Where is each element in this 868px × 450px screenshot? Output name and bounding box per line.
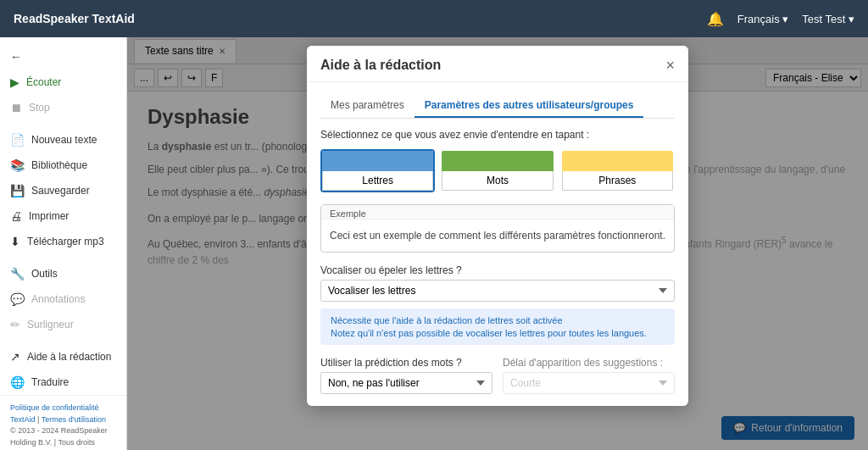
- words-color-bar: [442, 151, 553, 171]
- sidebar-item-listen[interactable]: ▶ Écouter: [0, 69, 126, 95]
- color-option-letters[interactable]: Lettres: [320, 149, 435, 192]
- print-label: Imprimer: [29, 210, 69, 222]
- color-option-words[interactable]: Mots: [440, 149, 554, 192]
- sidebar: ← ▶ Écouter ⏹ Stop 📄 Nouveau texte 📚 Bib…: [0, 37, 127, 450]
- print-icon: 🖨: [10, 209, 22, 223]
- copyright: © 2013 - 2024 ReadSpeaker Holding B.V. |…: [10, 426, 108, 450]
- language-selector[interactable]: Français ▾: [737, 13, 788, 25]
- writing-aid-icon: ↗: [10, 350, 20, 364]
- sidebar-item-back[interactable]: ←: [0, 44, 126, 69]
- sidebar-item-tools[interactable]: 🔧 Outils: [0, 261, 126, 286]
- stop-icon: ⏹: [10, 101, 22, 114]
- new-text-label: Nouveau texte: [31, 134, 97, 146]
- sidebar-item-download[interactable]: ⬇ Télécharger mp3: [0, 229, 126, 254]
- terms-link[interactable]: Termes d'utilisation: [42, 415, 106, 424]
- annotations-icon: 💬: [10, 292, 25, 306]
- phrases-color-bar: [562, 151, 673, 171]
- modal-tab-bar: Mes paramètres Paramètres des autres uti…: [320, 94, 675, 119]
- download-label: Télécharger mp3: [27, 236, 104, 247]
- main-layout: ← ▶ Écouter ⏹ Stop 📄 Nouveau texte 📚 Bib…: [0, 37, 868, 450]
- footer-text: Politique de confidentialité TextAid | T…: [10, 403, 116, 450]
- sidebar-item-save[interactable]: 💾 Sauvegarder: [0, 178, 126, 203]
- sidebar-item-highlighter: ✏ Surligneur: [0, 312, 126, 337]
- word-prediction-label: Utiliser la prédiction des mots ?: [320, 357, 492, 369]
- sidebar-item-translate[interactable]: 🌐 Traduire: [0, 369, 126, 395]
- annotations-label: Annotations: [31, 293, 85, 305]
- sidebar-item-print[interactable]: 🖨 Imprimer: [0, 203, 126, 229]
- delay-field: Délai d'apparition des suggestions : Cou…: [503, 357, 675, 394]
- modal-overlay: Aide à la rédaction × Mes paramètres Par…: [127, 37, 868, 450]
- save-label: Sauvegarder: [31, 185, 90, 197]
- translate-icon: 🌐: [10, 375, 25, 389]
- writing-aid-modal: Aide à la rédaction × Mes paramètres Par…: [307, 46, 688, 406]
- notification-bell-icon[interactable]: 🔔: [707, 11, 724, 27]
- example-box: Exemple Ceci est un exemple de comment l…: [320, 204, 675, 253]
- delay-label: Délai d'apparition des suggestions :: [503, 357, 675, 369]
- sidebar-item-new-text[interactable]: 📄 Nouveau texte: [0, 127, 126, 153]
- content-area: Texte sans titre ✕ ... ↩ ↪ F Français - …: [127, 37, 868, 450]
- vocalize-label: Vocaliser ou épeler les lettres ?: [320, 264, 675, 276]
- info-line-1: Nécessite que l'aide à la rédaction de l…: [331, 315, 665, 325]
- save-icon: 💾: [10, 184, 25, 197]
- word-prediction-select[interactable]: Non, ne pas l'utiliser: [320, 372, 492, 394]
- sidebar-item-library[interactable]: 📚 Bibliothèque: [0, 153, 126, 178]
- sidebar-item-writing-aid[interactable]: ↗ Aide à la rédaction: [0, 344, 126, 369]
- letters-label: Lettres: [322, 171, 433, 191]
- tools-label: Outils: [31, 268, 58, 280]
- color-options: Lettres Mots Phrases: [320, 149, 675, 192]
- translate-label: Traduire: [31, 376, 69, 388]
- app-brand: ReadSpeaker TextAid: [14, 12, 135, 25]
- stop-label: Stop: [29, 102, 50, 114]
- modal-close-button[interactable]: ×: [665, 58, 675, 73]
- writing-aid-label: Aide à la rédaction: [27, 351, 111, 363]
- example-label: Exemple: [321, 205, 674, 219]
- letters-color-bar: [322, 151, 433, 171]
- color-option-phrases[interactable]: Phrases: [560, 149, 675, 192]
- phrases-label: Phrases: [562, 171, 673, 191]
- word-prediction-field: Utiliser la prédiction des mots ? Non, n…: [320, 357, 492, 394]
- example-content: Ceci est un exemple de comment les diffé…: [321, 219, 674, 252]
- sidebar-item-annotations: 💬 Annotations: [0, 286, 126, 312]
- modal-body: Mes paramètres Paramètres des autres uti…: [307, 82, 688, 406]
- words-label: Mots: [442, 171, 553, 191]
- highlighter-label: Surligneur: [27, 319, 74, 331]
- library-icon: 📚: [10, 158, 25, 172]
- download-icon: ⬇: [10, 235, 20, 248]
- info-line-2: Notez qu'il n'est pas possible de vocali…: [331, 328, 665, 338]
- new-text-icon: 📄: [10, 133, 25, 147]
- select-label: Sélectionnez ce que vous avez envie d'en…: [320, 129, 675, 141]
- top-nav: ReadSpeaker TextAid 🔔 Français ▾ Test Te…: [0, 0, 868, 37]
- vocalize-select[interactable]: Vocaliser les lettres: [320, 280, 675, 302]
- delay-select: Courte: [503, 372, 675, 394]
- sidebar-item-stop: ⏹ Stop: [0, 95, 126, 120]
- tools-icon: 🔧: [10, 267, 25, 281]
- listen-label: Écouter: [26, 76, 61, 88]
- tab-my-params[interactable]: Mes paramètres: [320, 94, 415, 118]
- library-label: Bibliothèque: [31, 159, 87, 171]
- modal-title: Aide à la rédaction: [320, 58, 441, 73]
- highlighter-icon: ✏: [10, 318, 20, 331]
- modal-header: Aide à la rédaction ×: [307, 46, 688, 82]
- sidebar-footer: Politique de confidentialité TextAid | T…: [0, 395, 126, 450]
- user-menu[interactable]: Test Test ▾: [802, 13, 854, 25]
- nav-right: 🔔 Français ▾ Test Test ▾: [707, 11, 854, 27]
- tab-other-params[interactable]: Paramètres des autres utilisateurs/group…: [415, 94, 644, 118]
- play-icon: ▶: [10, 75, 19, 89]
- info-box: Nécessite que l'aide à la rédaction de l…: [320, 308, 675, 345]
- bottom-row: Utiliser la prédiction des mots ? Non, n…: [320, 357, 675, 394]
- back-icon: ←: [10, 50, 22, 64]
